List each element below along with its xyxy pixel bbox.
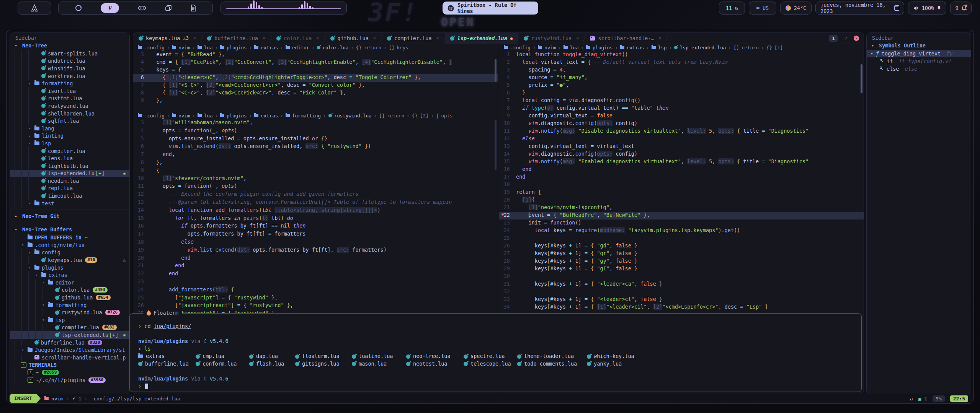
tree-item[interactable]: undotree.lua bbox=[10, 57, 129, 65]
neotree-section-neo-tree-buffers[interactable]: ▾Neo-Tree Buffers bbox=[10, 225, 129, 234]
code-line[interactable]: 7 local config = vim.diagnostic.config() bbox=[499, 97, 864, 105]
workspace-games-icon[interactable] bbox=[138, 5, 146, 11]
code-line[interactable]: 17end bbox=[499, 174, 864, 181]
code-line[interactable]: 22◉ event = { "BufReadPre", "BufNewFile"… bbox=[499, 212, 864, 220]
code-line[interactable]: 2 local virtual_text = { -- Default virt… bbox=[499, 59, 864, 67]
tab-color-lua[interactable]: color.lua× bbox=[271, 33, 324, 44]
code-line[interactable]: 9 config.virtual_text = false bbox=[499, 112, 864, 120]
volume-widget[interactable]: 100% bbox=[908, 2, 946, 15]
breadcrumb-item[interactable]: return bbox=[364, 45, 381, 50]
tree-item[interactable]: lsp-extended.lu[+]◉ bbox=[10, 331, 129, 339]
outline-item-else[interactable]: else else bbox=[867, 65, 971, 73]
workspace-windows-icon[interactable] bbox=[165, 5, 172, 11]
clock-widget[interactable]: jueves, noviembre 16, 2023 bbox=[815, 2, 904, 15]
pane2-scrollbar[interactable] bbox=[495, 120, 497, 170]
breadcrumb-item[interactable]: [1] bbox=[774, 45, 783, 50]
code-line[interactable]: 25 ["javascript"] = { "rustywind" }, bbox=[133, 294, 498, 302]
tree-item[interactable]: worktree.lua bbox=[10, 72, 129, 80]
code-line[interactable]: 6 } bbox=[499, 89, 864, 97]
code-line[interactable]: 18 else bbox=[133, 239, 498, 247]
close-tab-icon[interactable]: × bbox=[263, 36, 265, 41]
media-player-widget[interactable]: Spiritbox - Rule Of Nines bbox=[443, 2, 538, 15]
breadcrumb-item[interactable]: return bbox=[387, 113, 404, 119]
tree-item[interactable]: rustywind.lua#726 bbox=[10, 309, 129, 316]
launcher-button[interactable] bbox=[18, 2, 51, 15]
tree-item[interactable]: ›~#2859 bbox=[10, 369, 129, 376]
code-line[interactable]: 7 end, bbox=[133, 151, 498, 159]
code-line[interactable]: 16 end bbox=[499, 166, 864, 174]
workspace-browser-icon[interactable] bbox=[75, 5, 82, 11]
code-line[interactable]: 3 event = { "BufRead" }, bbox=[133, 51, 498, 59]
code-line[interactable]: 23 init = function() bbox=[499, 220, 864, 227]
code-line[interactable]: 16 if opts.formatters_by_ft[ft] == nil t… bbox=[133, 223, 498, 231]
tree-item[interactable]: ▸lang bbox=[10, 125, 129, 132]
code-line[interactable]: 19 vim.list_extend(dst: opts.formatters_… bbox=[133, 247, 498, 255]
tree-item[interactable]: lsp-extended.lu[+]◉ bbox=[10, 170, 129, 177]
tab-rustywind-lua[interactable]: rustywind.lua× bbox=[518, 33, 584, 44]
tree-item[interactable]: repl.lua bbox=[10, 185, 129, 192]
code-line[interactable]: 13 config.virtual_text = virtual_text bbox=[499, 143, 864, 151]
code-line[interactable]: 9 }, bbox=[133, 97, 498, 105]
code-line[interactable]: 10 vim.diagnostic.config(opts: config) bbox=[499, 120, 864, 128]
workspace-vim-active[interactable]: V bbox=[101, 3, 119, 13]
code-line[interactable]: 23 bbox=[133, 278, 498, 286]
close-tab-icon[interactable]: × bbox=[659, 36, 662, 41]
updates-widget[interactable]: 11 ↻ bbox=[719, 2, 745, 15]
tab-github-lua[interactable]: github.lua× bbox=[325, 33, 382, 44]
breadcrumb-item[interactable]: .config bbox=[144, 45, 165, 50]
notifications-widget[interactable]: 9 bbox=[950, 2, 972, 15]
terminal-output[interactable]: › cd lua/plugins/nvim/lua/plugins via ☾ … bbox=[130, 314, 861, 390]
breadcrumb-item[interactable]: formatting bbox=[292, 113, 321, 119]
tree-item[interactable]: scrollbar-handle-vertical.p bbox=[10, 354, 129, 361]
breadcrumb-item[interactable]: plugins bbox=[593, 45, 613, 50]
breadcrumb-item[interactable]: opts bbox=[441, 113, 453, 119]
close-tab-icon[interactable]: × bbox=[316, 36, 319, 41]
code-line[interactable]: 4 opts = function(_, opts) bbox=[133, 127, 498, 135]
breadcrumb-item[interactable]: plugins bbox=[227, 45, 247, 50]
code-line[interactable]: 18 bbox=[499, 181, 864, 189]
code-line[interactable]: 11 opts = function(_, opts) bbox=[133, 183, 498, 191]
breadcrumb-item[interactable]: .config bbox=[510, 45, 531, 50]
tree-item[interactable]: color.lua#493 bbox=[10, 286, 129, 294]
tree-item[interactable]: rustfmt.lua bbox=[10, 95, 129, 102]
code-line[interactable]: 5 prefix = "●", bbox=[499, 82, 864, 89]
code-line[interactable]: 12 else bbox=[499, 135, 864, 143]
tree-item[interactable]: smart-splits.lua bbox=[10, 50, 129, 57]
close-all-button[interactable]: × bbox=[854, 36, 859, 41]
tab-scrollbar-handle-[interactable]: scrollbar-handle-…× bbox=[585, 33, 667, 44]
breadcrumb-item[interactable]: extras bbox=[627, 45, 644, 50]
breadcrumb-item[interactable]: rustywind.lua bbox=[334, 113, 372, 119]
code-line[interactable]: 33 keys[#keys + 1] = { "<leader>cl", fal… bbox=[499, 296, 864, 304]
breadcrumb-item[interactable]: editor bbox=[292, 45, 309, 50]
close-tab-icon[interactable]: × bbox=[373, 36, 376, 41]
code-line[interactable]: 26 keys[#keys + 1] = { "gd", false } bbox=[499, 242, 864, 250]
tree-item[interactable]: ▾config bbox=[10, 249, 129, 257]
code-line[interactable]: 6 vim.list_extend(dst: opts.ensure_insta… bbox=[133, 143, 498, 151]
tab-compiler-lua[interactable]: compiler.lua× bbox=[382, 33, 444, 44]
code-line[interactable]: 27 keys[#keys + 1] = { "gr", false } bbox=[499, 250, 864, 258]
tree-item[interactable]: sqlfmt.lua bbox=[10, 117, 129, 125]
symbols-outline-header[interactable]: ▾ Symbols Outline bbox=[867, 41, 971, 50]
tree-item[interactable]: ▾extras bbox=[10, 271, 129, 279]
code-line[interactable]: 14 local function add_formatters(tbl :ta… bbox=[133, 207, 498, 215]
code-line[interactable]: 8 if type(v: config.virtual_text) == "ta… bbox=[499, 105, 864, 112]
breadcrumb-item[interactable]: lua bbox=[204, 45, 213, 50]
tree-item[interactable]: lens.lua bbox=[10, 154, 129, 162]
code-line[interactable]: 15 vim.notify(msg: "Enabled diagnostics … bbox=[499, 158, 864, 166]
code-line[interactable]: 26 ["javascriptreact"] = { "rustywind" }… bbox=[133, 302, 498, 310]
breadcrumb-item[interactable]: lua bbox=[570, 45, 579, 50]
pane1-scrollbar[interactable] bbox=[495, 59, 497, 82]
tree-item[interactable]: ▾lsp bbox=[10, 316, 129, 324]
code-line[interactable]: 15 for ft, formatters in pairs(t: tbl) d… bbox=[133, 215, 498, 223]
code-line[interactable]: 1local function toggle_diag_virtext() bbox=[499, 51, 864, 59]
code-line[interactable]: 3 spacing = 4, bbox=[499, 67, 864, 74]
code-line[interactable]: 13 ---@param tbl table<string, conform.F… bbox=[133, 199, 498, 207]
tree-item[interactable]: keymaps.lua#10⚠ bbox=[10, 256, 129, 264]
breadcrumb-item[interactable]: lsp bbox=[658, 45, 667, 50]
breadcrumb-item[interactable]: extras bbox=[261, 113, 278, 119]
code-line[interactable]: 8 }, bbox=[133, 159, 498, 167]
outline-item-toggle_diag_virtext[interactable]: ▾ƒtoggle_diag_virtext fu bbox=[867, 50, 971, 57]
tree-item[interactable]: isort.lua bbox=[10, 87, 129, 95]
close-tab-icon[interactable]: × bbox=[436, 36, 439, 41]
breadcrumb-item[interactable]: lsp-extended.lua bbox=[680, 45, 726, 50]
